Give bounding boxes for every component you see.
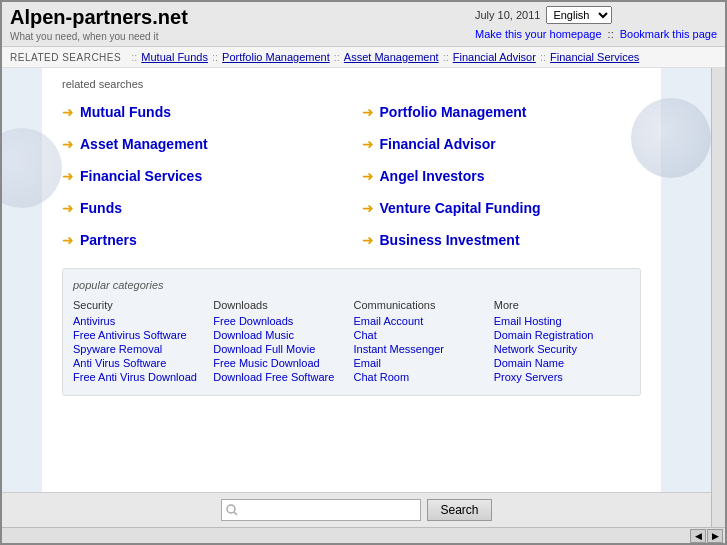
search-item-business-investment: ➜ Business Investment xyxy=(362,228,642,252)
arrow-icon-4: ➜ xyxy=(62,232,74,248)
popular-link-3-3[interactable]: Domain Name xyxy=(494,357,630,369)
popular-col-title-1: Downloads xyxy=(213,299,349,311)
related-bar-item-4[interactable]: Financial Services xyxy=(550,51,639,63)
search-grid: ➜ Mutual Funds ➜ Portfolio Management ➜ … xyxy=(62,100,641,252)
popular-link-1-1[interactable]: Download Music xyxy=(213,329,349,341)
search-item-mutual-funds: ➜ Mutual Funds xyxy=(62,100,342,124)
popular-link-3-1[interactable]: Domain Registration xyxy=(494,329,630,341)
related-bar-item-1[interactable]: Portfolio Management xyxy=(222,51,330,63)
popular-link-2-0[interactable]: Email Account xyxy=(354,315,490,327)
related-searches-section-label: related searches xyxy=(62,78,641,90)
search-link-business-investment[interactable]: Business Investment xyxy=(380,232,520,248)
search-link-mutual-funds[interactable]: Mutual Funds xyxy=(80,104,171,120)
arrow-icon-3: ➜ xyxy=(62,200,74,216)
popular-link-0-1[interactable]: Free Antivirus Software xyxy=(73,329,209,341)
popular-link-2-1[interactable]: Chat xyxy=(354,329,490,341)
search-item-asset-management: ➜ Asset Management xyxy=(62,132,342,156)
search-link-portfolio-management[interactable]: Portfolio Management xyxy=(380,104,527,120)
popular-link-0-2[interactable]: Spyware Removal xyxy=(73,343,209,355)
search-item-financial-advisor: ➜ Financial Advisor xyxy=(362,132,642,156)
popular-section: popular categories SecurityAntivirusFree… xyxy=(62,268,641,396)
related-searches-label: RELATED SEARCHES xyxy=(10,52,121,63)
site-subtitle: What you need, when you need it xyxy=(10,31,188,42)
popular-link-1-4[interactable]: Download Free Software xyxy=(213,371,349,383)
popular-link-1-3[interactable]: Free Music Download xyxy=(213,357,349,369)
arrow-icon-r0: ➜ xyxy=(362,104,374,120)
arrow-icon-1: ➜ xyxy=(62,136,74,152)
bookmark-link[interactable]: Bookmark this page xyxy=(620,28,717,40)
language-selector[interactable]: English German French xyxy=(546,6,612,24)
search-item-angel-investors: ➜ Angel Investors xyxy=(362,164,642,188)
arrow-icon-r1: ➜ xyxy=(362,136,374,152)
search-link-asset-management[interactable]: Asset Management xyxy=(80,136,208,152)
popular-col-1: DownloadsFree DownloadsDownload MusicDow… xyxy=(213,299,349,385)
popular-col-title-2: Communications xyxy=(354,299,490,311)
popular-link-1-2[interactable]: Download Full Movie xyxy=(213,343,349,355)
search-link-funds[interactable]: Funds xyxy=(80,200,122,216)
popular-link-3-0[interactable]: Email Hosting xyxy=(494,315,630,327)
popular-link-3-2[interactable]: Network Security xyxy=(494,343,630,355)
search-link-financial-advisor[interactable]: Financial Advisor xyxy=(380,136,496,152)
arrow-icon-0: ➜ xyxy=(62,104,74,120)
popular-link-1-0[interactable]: Free Downloads xyxy=(213,315,349,327)
homepage-link[interactable]: Make this your homepage xyxy=(475,28,602,40)
popular-col-0: SecurityAntivirusFree Antivirus Software… xyxy=(73,299,209,385)
search-link-angel-investors[interactable]: Angel Investors xyxy=(380,168,485,184)
search-item-funds: ➜ Funds xyxy=(62,196,342,220)
popular-link-2-4[interactable]: Chat Room xyxy=(354,371,490,383)
search-item-venture-capital: ➜ Venture Capital Funding xyxy=(362,196,642,220)
popular-link-0-4[interactable]: Free Anti Virus Download xyxy=(73,371,209,383)
search-item-financial-services: ➜ Financial Services xyxy=(62,164,342,188)
date-display: July 10, 2011 xyxy=(475,9,540,21)
related-bar-item-3[interactable]: Financial Advisor xyxy=(453,51,536,63)
search-input[interactable] xyxy=(221,499,421,521)
bottom-navigation: ◀ ▶ xyxy=(2,527,725,543)
popular-link-0-3[interactable]: Anti Virus Software xyxy=(73,357,209,369)
search-link-partners[interactable]: Partners xyxy=(80,232,137,248)
popular-col-2: CommunicationsEmail AccountChatInstant M… xyxy=(354,299,490,385)
nav-forward-arrow[interactable]: ▶ xyxy=(707,529,723,543)
nav-back-arrow[interactable]: ◀ xyxy=(690,529,706,543)
popular-col-title-3: More xyxy=(494,299,630,311)
popular-categories-title: popular categories xyxy=(73,279,630,291)
scrollbar[interactable] xyxy=(711,68,725,527)
search-button[interactable]: Search xyxy=(427,499,491,521)
right-decoration xyxy=(631,98,711,178)
related-bar-item-0[interactable]: Mutual Funds xyxy=(141,51,208,63)
arrow-icon-r4: ➜ xyxy=(362,232,374,248)
site-title: Alpen-partners.net xyxy=(10,6,188,29)
popular-link-3-4[interactable]: Proxy Servers xyxy=(494,371,630,383)
arrow-icon-r3: ➜ xyxy=(362,200,374,216)
popular-link-2-3[interactable]: Email xyxy=(354,357,490,369)
popular-col-title-0: Security xyxy=(73,299,209,311)
popular-link-0-0[interactable]: Antivirus xyxy=(73,315,209,327)
popular-link-2-2[interactable]: Instant Messenger xyxy=(354,343,490,355)
search-link-financial-services[interactable]: Financial Services xyxy=(80,168,202,184)
arrow-icon-r2: ➜ xyxy=(362,168,374,184)
search-item-partners: ➜ Partners xyxy=(62,228,342,252)
popular-col-3: MoreEmail HostingDomain RegistrationNetw… xyxy=(494,299,630,385)
related-bar-item-2[interactable]: Asset Management xyxy=(344,51,439,63)
popular-grid: SecurityAntivirusFree Antivirus Software… xyxy=(73,299,630,385)
arrow-icon-2: ➜ xyxy=(62,168,74,184)
search-link-venture-capital[interactable]: Venture Capital Funding xyxy=(380,200,541,216)
search-item-portfolio-management: ➜ Portfolio Management xyxy=(362,100,642,124)
